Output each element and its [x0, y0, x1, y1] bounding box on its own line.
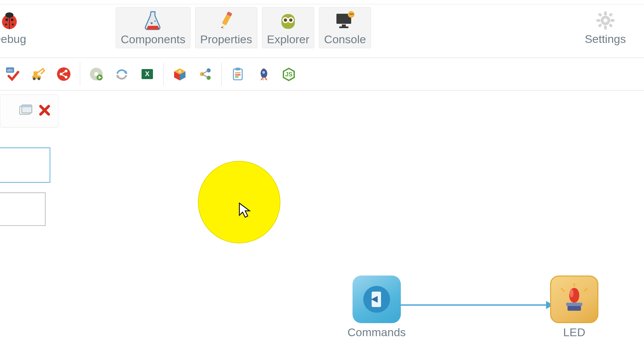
- svg-point-23: [351, 13, 352, 14]
- svg-rect-78: [568, 305, 581, 311]
- svg-rect-30: [598, 13, 602, 17]
- tab-group-center: Components Properties: [116, 7, 371, 48]
- svg-rect-20: [339, 26, 348, 28]
- svg-rect-79: [566, 303, 582, 306]
- excavator-icon[interactable]: [29, 65, 48, 83]
- cursor-pointer-icon: [238, 202, 251, 219]
- svg-marker-67: [265, 78, 268, 80]
- svg-rect-62: [235, 72, 240, 73]
- svg-rect-29: [610, 19, 614, 22]
- tab-properties[interactable]: Properties: [195, 7, 257, 48]
- svg-point-2: [11, 18, 13, 21]
- toolbar-separator: [221, 62, 222, 86]
- svg-marker-66: [260, 78, 263, 80]
- share-nodes-icon[interactable]: [196, 65, 215, 83]
- svg-rect-38: [34, 71, 38, 75]
- led-tile: [550, 276, 598, 323]
- secondary-toolbar: abc X A JS: [0, 58, 644, 90]
- svg-point-4: [12, 23, 14, 25]
- flask-icon: [144, 9, 162, 32]
- block-3d-icon[interactable]: A: [170, 65, 189, 83]
- svg-point-16: [289, 18, 292, 22]
- owl-icon: [278, 9, 298, 32]
- svg-text:abc: abc: [7, 68, 13, 72]
- svg-point-22: [350, 13, 351, 14]
- connection-wire: [396, 304, 547, 306]
- spellcheck-icon[interactable]: abc: [3, 65, 22, 83]
- svg-point-34: [603, 18, 607, 22]
- main-tabbar: Debug Components: [0, 4, 644, 54]
- tab-explorer[interactable]: Explorer: [262, 7, 315, 48]
- tab-debug-label: Debug: [0, 33, 26, 46]
- cursor-highlight: [198, 161, 280, 243]
- svg-point-65: [262, 71, 265, 74]
- svg-rect-61: [235, 68, 240, 70]
- node-commands[interactable]: Commands: [347, 276, 406, 339]
- tab-properties-label: Properties: [200, 33, 252, 46]
- svg-rect-27: [604, 25, 607, 29]
- commands-tile: [353, 276, 401, 323]
- disc-play-icon[interactable]: [87, 65, 106, 83]
- svg-text:JS: JS: [285, 71, 292, 78]
- refresh-icon[interactable]: [112, 65, 131, 83]
- svg-point-5: [5, 12, 13, 18]
- svg-point-24: [352, 13, 353, 14]
- svg-rect-26: [604, 11, 607, 15]
- svg-rect-33: [598, 23, 602, 28]
- toolbar-separator: [80, 62, 80, 86]
- svg-rect-32: [608, 13, 613, 17]
- ladybug-icon: [0, 9, 19, 32]
- clipboard-icon[interactable]: [228, 65, 247, 83]
- rocket-icon[interactable]: [254, 65, 273, 83]
- node-led[interactable]: LED: [550, 276, 598, 339]
- svg-point-6: [151, 22, 153, 24]
- tab-debug[interactable]: Debug: [0, 7, 31, 48]
- svg-rect-64: [235, 76, 238, 77]
- tab-console[interactable]: Console: [319, 7, 371, 48]
- pencil-icon: [217, 9, 235, 32]
- tab-settings[interactable]: Settings: [580, 7, 631, 48]
- excel-icon[interactable]: X: [138, 65, 157, 83]
- svg-point-40: [38, 77, 40, 80]
- svg-point-41: [57, 67, 70, 81]
- svg-marker-74: [239, 203, 250, 217]
- tab-group-left: Debug: [0, 7, 31, 48]
- node-led-label: LED: [563, 326, 585, 339]
- node-commands-label: Commands: [347, 326, 406, 339]
- svg-point-7: [154, 20, 156, 22]
- svg-rect-31: [608, 23, 613, 28]
- monitor-icon: [334, 9, 356, 32]
- svg-rect-19: [342, 24, 346, 26]
- tab-components-label: Components: [121, 33, 185, 46]
- toolbar-separator: [163, 62, 164, 86]
- svg-point-80: [570, 289, 574, 297]
- tab-settings-label: Settings: [585, 33, 626, 46]
- design-canvas[interactable]: Commands LED: [0, 91, 644, 362]
- svg-point-1: [5, 18, 8, 21]
- svg-point-3: [5, 23, 7, 25]
- gear-icon: [596, 9, 615, 32]
- share-red-icon[interactable]: [54, 65, 73, 83]
- tab-components[interactable]: Components: [116, 7, 191, 48]
- svg-point-39: [33, 77, 36, 80]
- svg-rect-28: [596, 19, 600, 22]
- svg-marker-68: [263, 78, 264, 81]
- nodejs-icon[interactable]: JS: [279, 65, 298, 83]
- svg-text:A: A: [178, 69, 181, 73]
- tab-explorer-label: Explorer: [267, 33, 310, 46]
- svg-text:X: X: [145, 70, 150, 77]
- svg-rect-63: [235, 74, 240, 75]
- svg-point-15: [284, 18, 287, 22]
- tab-group-right: Settings: [580, 7, 631, 48]
- tab-console-label: Console: [324, 33, 366, 46]
